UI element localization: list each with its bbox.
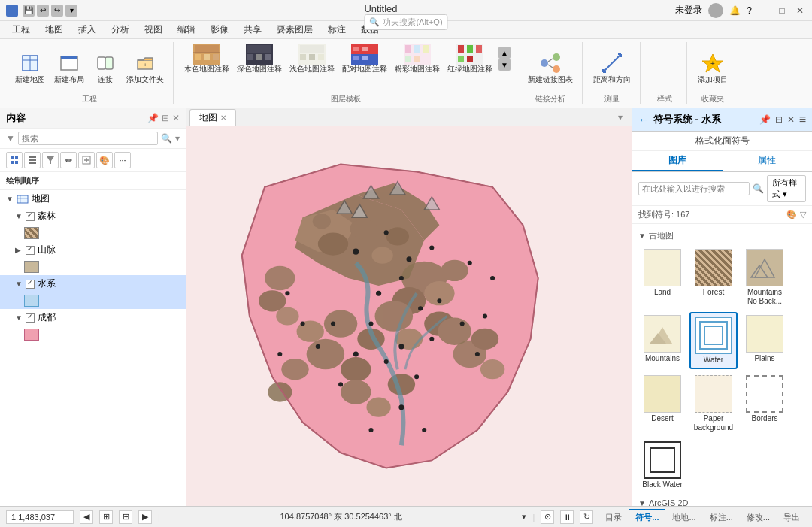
- contents-close-btn[interactable]: ✕: [172, 113, 180, 123]
- notification-icon[interactable]: 🔔: [729, 5, 741, 16]
- menu-insert[interactable]: 插入: [72, 22, 102, 38]
- template-scroll-up[interactable]: ▲: [498, 47, 511, 59]
- map-tab[interactable]: 地图 ✕: [189, 109, 236, 126]
- global-search[interactable]: 🔍 功夫搜索(Alt+Q): [364, 14, 447, 30]
- symbol-item-mountains-no-back[interactable]: Mountains No Back...: [741, 246, 789, 309]
- layer-item-chengdu[interactable]: ▼ 成都: [0, 309, 186, 326]
- nav-forward-btn[interactable]: ▶: [138, 510, 152, 524]
- connect-btn[interactable]: 连接: [90, 50, 120, 86]
- nav-back-btn[interactable]: ◀: [80, 510, 93, 524]
- tpl1-btn[interactable]: 木色地图注释: [181, 42, 232, 75]
- link-chart-btn[interactable]: 新建链接图表: [525, 50, 576, 86]
- symbol-tab-gallery[interactable]: 图库: [632, 151, 723, 171]
- menu-label[interactable]: 标注: [322, 22, 352, 38]
- symbol-item-mountains[interactable]: Mountains: [638, 312, 686, 369]
- symbol-category-ancient[interactable]: ▼ 古地图: [635, 227, 809, 243]
- scale-selector[interactable]: 1:1,483,037: [6, 510, 74, 524]
- status-tab-label[interactable]: 标注...: [704, 509, 739, 525]
- tpl2-btn[interactable]: 深色地图注释: [234, 42, 285, 75]
- add-item-btn[interactable]: + 添加项目: [695, 50, 731, 86]
- refresh-btn[interactable]: ↻: [580, 510, 593, 524]
- save-btn[interactable]: 💾: [23, 5, 35, 17]
- redo-btn[interactable]: ↪: [51, 5, 63, 17]
- symbol-item-forest[interactable]: Forest: [689, 246, 738, 309]
- menu-feature-layer[interactable]: 要素图层: [271, 22, 319, 38]
- menu-project[interactable]: 工程: [6, 22, 36, 38]
- symbol-menu-icon[interactable]: ≡: [799, 113, 806, 126]
- symbol-item-land[interactable]: Land: [638, 246, 686, 309]
- layer-checkbox-chengdu[interactable]: [26, 313, 35, 323]
- contents-dock-btn[interactable]: ⊟: [162, 113, 169, 123]
- more-btn[interactable]: ▾: [65, 5, 77, 17]
- layer-item-water[interactable]: ▼ 水系: [0, 275, 186, 292]
- layer-list-view-btn[interactable]: [6, 152, 23, 168]
- layer-more-btn[interactable]: ···: [114, 152, 131, 168]
- nav-grid-btn[interactable]: ⊞: [119, 510, 132, 524]
- symbol-funnel-icon[interactable]: ▽: [800, 210, 806, 220]
- status-tab-symbol[interactable]: 符号...: [629, 509, 665, 525]
- symbol-search-input[interactable]: [638, 182, 750, 195]
- layer-add-btn[interactable]: [78, 152, 95, 168]
- symbol-color-filter-icon[interactable]: 🎨: [786, 210, 797, 220]
- undo-btn[interactable]: ↩: [37, 5, 49, 17]
- symbol-tab-properties[interactable]: 属性: [723, 151, 813, 171]
- map-canvas[interactable]: [186, 126, 632, 506]
- menu-imagery[interactable]: 影像: [205, 22, 235, 38]
- status-tab-export[interactable]: 导出: [777, 509, 806, 525]
- menu-view[interactable]: 视图: [138, 22, 168, 38]
- tpl3-btn[interactable]: 浅色地图注释: [286, 42, 338, 75]
- symbol-item-plains[interactable]: Plains: [741, 312, 789, 369]
- user-avatar[interactable]: [708, 3, 723, 18]
- layer-item-mountains[interactable]: ▶ 山脉: [0, 241, 186, 259]
- add-folder-btn[interactable]: + 添加文件夹: [123, 50, 167, 86]
- layer-tree-view-btn[interactable]: [24, 152, 41, 168]
- status-tab-ground[interactable]: 地地...: [666, 509, 701, 525]
- close-btn[interactable]: ✕: [794, 5, 806, 17]
- template-scroll-down[interactable]: ▼: [498, 59, 511, 71]
- symbol-filter-btn[interactable]: 所有样式 ▾: [767, 175, 806, 202]
- layer-edit-btn[interactable]: ✏: [60, 152, 77, 168]
- restore-btn[interactable]: □: [776, 5, 788, 17]
- symbol-dock-btn[interactable]: ⊟: [775, 114, 783, 125]
- layer-checkbox-water[interactable]: [26, 280, 35, 289]
- layer-checkbox-mountains[interactable]: [26, 246, 35, 255]
- tpl5-btn[interactable]: 粉彩地图注释: [392, 42, 443, 75]
- menu-analysis[interactable]: 分析: [105, 22, 135, 38]
- symbol-item-borders[interactable]: Borders: [741, 372, 789, 435]
- menu-map[interactable]: 地图: [39, 22, 69, 38]
- symbol-back-btn[interactable]: ←: [638, 114, 649, 126]
- coords-dropdown-btn[interactable]: ▾: [522, 512, 526, 522]
- contents-search-options[interactable]: ▾: [175, 133, 180, 144]
- contents-search-icon[interactable]: 🔍: [161, 133, 172, 144]
- help-icon[interactable]: ?: [747, 5, 752, 16]
- layer-paint-btn[interactable]: 🎨: [96, 152, 113, 168]
- map-tab-close[interactable]: ✕: [220, 114, 226, 122]
- new-layout-btn[interactable]: 新建布局: [51, 50, 87, 86]
- contents-search-input[interactable]: [18, 132, 158, 145]
- symbol-item-paper[interactable]: Paper background: [689, 372, 738, 435]
- zoom-info-btn[interactable]: ⊙: [541, 510, 554, 524]
- menu-edit[interactable]: 编辑: [171, 22, 201, 38]
- contents-pin-btn[interactable]: 📌: [147, 113, 159, 123]
- layer-filter-btn[interactable]: [42, 152, 59, 168]
- minimize-btn[interactable]: —: [758, 5, 770, 17]
- symbol-category-arcgis2d[interactable]: ▼ ArcGIS 2D: [635, 495, 809, 506]
- pause-btn[interactable]: ⏸: [560, 510, 574, 524]
- symbol-item-blackwater[interactable]: Black Water: [638, 438, 686, 492]
- nav-layers-btn[interactable]: ⊞: [99, 510, 113, 524]
- new-map-btn[interactable]: 新建地图: [12, 50, 48, 86]
- symbol-item-water[interactable]: Water: [689, 312, 738, 369]
- symbol-close-btn[interactable]: ✕: [787, 114, 795, 125]
- tpl4-btn[interactable]: 配对地图注释: [339, 42, 390, 75]
- symbol-pin-btn[interactable]: 📌: [759, 114, 771, 125]
- symbol-search-icon[interactable]: 🔍: [753, 183, 764, 194]
- symbol-item-desert[interactable]: Desert: [638, 372, 686, 435]
- menu-share[interactable]: 共享: [238, 22, 268, 38]
- distance-btn[interactable]: 距离和方向: [590, 50, 634, 86]
- layer-item-forest[interactable]: ▼ 森林: [0, 207, 186, 225]
- tpl6-btn[interactable]: 红绿地图注释: [444, 42, 495, 75]
- status-tab-catalog[interactable]: 目录: [599, 509, 628, 525]
- status-tab-modify[interactable]: 修改...: [741, 509, 776, 525]
- layer-item-map[interactable]: ▼ 地图: [0, 190, 186, 207]
- map-options-btn[interactable]: ▾: [612, 112, 629, 123]
